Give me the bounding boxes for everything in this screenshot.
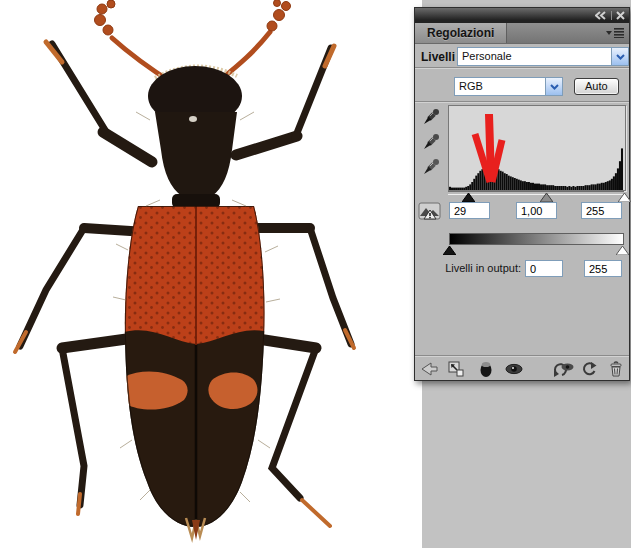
highlight-input[interactable] <box>581 202 622 219</box>
white-point-eyedropper-icon[interactable] <box>421 157 441 177</box>
output-sliders <box>449 245 622 255</box>
panel-titlebar <box>415 8 629 23</box>
beetle-illustration <box>0 0 422 548</box>
gamma-input[interactable] <box>516 202 557 219</box>
clip-to-layer-icon[interactable] <box>476 359 496 378</box>
uncached-histogram-warning-icon[interactable] <box>418 202 442 223</box>
titlebar-separator <box>611 11 612 20</box>
output-black-slider[interactable] <box>443 245 456 254</box>
channel-combobox[interactable]: RGB <box>454 77 563 96</box>
levels-adjustment: Livelli Personale RGB Auto <box>415 44 629 379</box>
screenshot: Regolazioni Livelli Personale RGB <box>0 0 631 548</box>
adjustments-panel: Regolazioni Livelli Personale RGB <box>414 7 630 381</box>
shadow-slider[interactable] <box>462 192 475 201</box>
black-point-eyedropper-icon[interactable] <box>421 107 441 127</box>
red-arrow-annotation <box>457 108 507 188</box>
expanded-view-icon[interactable] <box>446 359 466 378</box>
auto-button[interactable]: Auto <box>574 78 619 95</box>
input-sliders <box>448 192 624 202</box>
midtone-slider[interactable] <box>540 192 553 201</box>
output-black-input[interactable] <box>525 260 563 277</box>
output-white-slider[interactable] <box>616 245 629 254</box>
collapse-to-icons-icon[interactable] <box>595 10 607 21</box>
channel-value: RGB <box>455 78 545 95</box>
chevron-down-icon[interactable] <box>545 78 562 95</box>
highlight-slider[interactable] <box>618 192 631 201</box>
panel-toolbar <box>415 358 629 379</box>
panel-menu-icon[interactable] <box>601 23 629 43</box>
output-gradient-bar <box>449 233 624 245</box>
gray-point-eyedropper-icon[interactable] <box>421 132 441 152</box>
reset-adjustment-icon[interactable] <box>579 359 599 378</box>
close-icon[interactable] <box>616 10 625 21</box>
divider <box>415 355 629 357</box>
view-previous-state-icon[interactable] <box>551 359 575 378</box>
chevron-down-icon[interactable] <box>611 48 628 65</box>
back-to-adjustment-list-icon[interactable] <box>419 359 439 378</box>
divider <box>415 67 629 69</box>
tab-regolazioni[interactable]: Regolazioni <box>415 23 507 43</box>
preset-combobox[interactable]: Personale <box>457 47 629 66</box>
output-levels-label: Livelli in output: <box>415 262 521 274</box>
beetle-photo <box>0 0 422 548</box>
preset-value: Personale <box>458 48 611 65</box>
output-white-input[interactable] <box>584 260 622 277</box>
tab-bar-spacer <box>507 23 601 43</box>
histogram-display <box>448 105 626 191</box>
toggle-visibility-icon[interactable] <box>504 359 524 378</box>
delete-adjustment-icon[interactable] <box>606 359 626 378</box>
panel-tab-bar: Regolazioni <box>415 23 629 44</box>
shadow-input[interactable] <box>449 202 490 219</box>
adjustment-title: Livelli <box>421 50 455 64</box>
tab-label: Regolazioni <box>427 26 494 40</box>
divider <box>415 101 629 103</box>
